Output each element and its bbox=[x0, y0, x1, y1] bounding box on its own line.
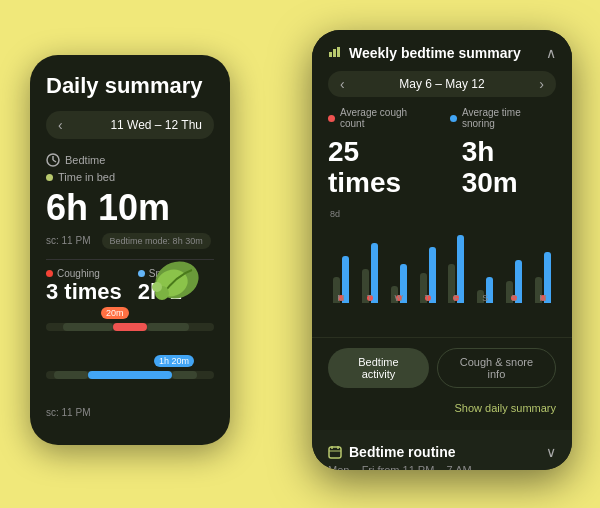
weekly-title-row: Weekly bedtime summary bbox=[328, 44, 521, 61]
day-column-S-6: S bbox=[501, 221, 527, 303]
snore-metric-value: 3h 30m bbox=[462, 137, 556, 199]
cough-metric-value: 25 times bbox=[328, 137, 438, 199]
day-label-F: F bbox=[454, 293, 460, 303]
show-daily-link-container: Show daily summary bbox=[312, 398, 572, 428]
day-label-T: T bbox=[367, 293, 373, 303]
day-column-M-7: M bbox=[530, 221, 556, 303]
bar1-label: 20m bbox=[101, 307, 129, 319]
left-footer: sc: 11 PM bbox=[46, 407, 214, 418]
day-label-W: W bbox=[394, 293, 403, 303]
leaf-decoration bbox=[142, 255, 202, 314]
svg-rect-7 bbox=[329, 52, 332, 57]
bar-segment-red bbox=[113, 323, 147, 331]
day-column-T-3: T bbox=[415, 221, 441, 303]
bar-segment-dark2 bbox=[147, 323, 189, 331]
tab-cough-snore[interactable]: Cough & snore info bbox=[437, 348, 556, 388]
leaf-svg bbox=[142, 255, 202, 310]
routine-card: Bedtime routine ∨ Mon – Fri from 11 PM –… bbox=[312, 430, 572, 470]
timeline-bar-2 bbox=[46, 371, 214, 379]
day-label-T: T bbox=[425, 293, 431, 303]
day-label-M: M bbox=[539, 293, 547, 303]
day-column-S-5: S bbox=[472, 221, 498, 303]
bar-segment-blue bbox=[88, 371, 172, 379]
time-in-bed-value: 6h 10m bbox=[46, 187, 214, 229]
chart-icon bbox=[328, 44, 342, 61]
phone-left: Daily summary ‹ 11 Wed – 12 Thu Bedtime … bbox=[30, 55, 230, 445]
bedtime-label: Bedtime bbox=[46, 153, 214, 167]
tabs-row: Bedtime activity Cough & snore info bbox=[312, 338, 572, 398]
legend-snore: Average time snoring bbox=[450, 107, 556, 129]
bar-row-1: 20m bbox=[46, 323, 214, 353]
phones-container: Daily summary ‹ 11 Wed – 12 Thu Bedtime … bbox=[0, 0, 600, 508]
bedtime-footer: sc: 11 PM Bedtime mode: 8h 30m bbox=[46, 231, 214, 249]
legend-blue-dot bbox=[450, 115, 457, 122]
cough-stat: Coughing 3 times bbox=[46, 268, 122, 305]
svg-rect-10 bbox=[329, 447, 341, 458]
weekly-chevron[interactable]: ∧ bbox=[546, 45, 556, 61]
routine-chevron[interactable]: ∨ bbox=[546, 444, 556, 460]
show-daily-text[interactable]: Show daily summary bbox=[455, 402, 556, 414]
bedtime-mode: Bedtime mode: 8h 30m bbox=[102, 233, 211, 249]
left-date: 11 Wed – 12 Thu bbox=[110, 118, 202, 132]
bar-segment-dark3 bbox=[54, 371, 88, 379]
left-nav-bar[interactable]: ‹ 11 Wed – 12 Thu bbox=[46, 111, 214, 139]
weekly-card: Weekly bedtime summary ∧ ‹ May 6 – May 1… bbox=[312, 30, 572, 338]
cough-value: 3 times bbox=[46, 279, 122, 305]
time-in-bed-label: Time in bed bbox=[46, 171, 214, 183]
chart-canvas: MTWTFSSM bbox=[328, 221, 556, 319]
legend-row: Average cough count Average time snoring bbox=[328, 107, 556, 129]
weekly-card-header: Weekly bedtime summary ∧ bbox=[328, 44, 556, 61]
right-arrow-right[interactable]: › bbox=[539, 76, 544, 92]
time-value-area: 6h 10m bbox=[46, 187, 214, 229]
svg-rect-9 bbox=[337, 47, 340, 57]
routine-header: Bedtime routine ∨ bbox=[328, 444, 556, 460]
routine-subtitle: Mon – Fri from 11 PM – 7 AM bbox=[328, 464, 556, 470]
right-nav-bar[interactable]: ‹ May 6 – May 12 › bbox=[328, 71, 556, 97]
phone-right: Weekly bedtime summary ∧ ‹ May 6 – May 1… bbox=[312, 30, 572, 470]
left-phone-content: Daily summary ‹ 11 Wed – 12 Thu Bedtime … bbox=[30, 55, 230, 445]
routine-title-row: Bedtime routine bbox=[328, 444, 456, 460]
sleep-bars: 20m 1h 20m bbox=[46, 323, 214, 401]
svg-point-6 bbox=[152, 282, 162, 292]
cough-metric: 25 times bbox=[328, 137, 438, 199]
timeline-bar-1 bbox=[46, 323, 214, 331]
bar-segment-dark4 bbox=[172, 371, 197, 379]
bar-chart-icon bbox=[328, 44, 342, 58]
calendar-icon bbox=[328, 445, 342, 459]
routine-title: Bedtime routine bbox=[349, 444, 456, 460]
legend-cough: Average cough count bbox=[328, 107, 434, 129]
bar2-label: 1h 20m bbox=[154, 355, 194, 367]
day-label-S: S bbox=[511, 293, 517, 303]
legend-cough-label: Average cough count bbox=[340, 107, 434, 129]
left-arrow[interactable]: ‹ bbox=[58, 117, 63, 133]
svg-rect-8 bbox=[333, 49, 336, 57]
y-axis-label: 8d bbox=[330, 209, 556, 219]
bar-segment-dark bbox=[63, 323, 113, 331]
metrics-row: 25 times 3h 30m bbox=[328, 137, 556, 199]
right-phone-content: Weekly bedtime summary ∧ ‹ May 6 – May 1… bbox=[312, 30, 572, 470]
day-label-M: M bbox=[337, 293, 345, 303]
cough-label: Coughing bbox=[46, 268, 122, 279]
weekly-card-title: Weekly bedtime summary bbox=[349, 45, 521, 61]
day-column-M-0: M bbox=[328, 221, 354, 303]
legend-snore-label: Average time snoring bbox=[462, 107, 556, 129]
tab-bedtime-activity[interactable]: Bedtime activity bbox=[328, 348, 429, 388]
day-column-T-1: T bbox=[357, 221, 383, 303]
snore-metric: 3h 30m bbox=[462, 137, 556, 199]
daily-title: Daily summary bbox=[46, 73, 214, 99]
day-label-S: S bbox=[482, 293, 488, 303]
day-column-W-2: W bbox=[386, 221, 412, 303]
day-column-F-4: F bbox=[444, 221, 470, 303]
weekly-chart: 8d MTWTFSSM bbox=[328, 209, 556, 319]
bar-row-2: 1h 20m bbox=[46, 371, 214, 401]
right-date: May 6 – May 12 bbox=[399, 77, 484, 91]
green-dot bbox=[46, 174, 53, 181]
right-arrow-left[interactable]: ‹ bbox=[340, 76, 345, 92]
svg-line-2 bbox=[53, 160, 56, 162]
legend-red-dot bbox=[328, 115, 335, 122]
red-dot bbox=[46, 270, 53, 277]
clock-icon bbox=[46, 153, 60, 167]
